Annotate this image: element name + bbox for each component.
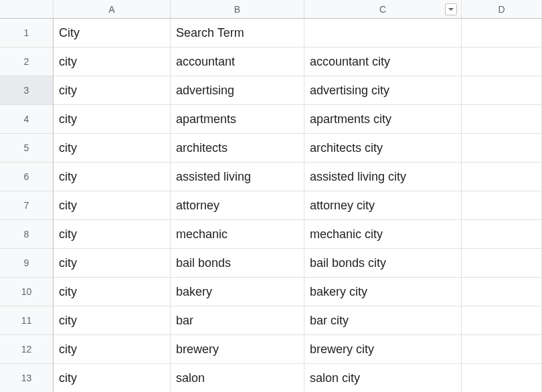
cell[interactable]: city (54, 134, 171, 163)
table-row: 13citysalonsalon city (0, 364, 542, 392)
cell[interactable]: city (54, 249, 171, 278)
cell[interactable]: attorney city (304, 191, 462, 220)
table-row: 1CitySearch Term (0, 19, 542, 47)
cell[interactable]: city (54, 364, 171, 392)
cell[interactable]: bar city (304, 306, 462, 335)
row-header[interactable]: 1 (0, 19, 54, 47)
row-header[interactable]: 8 (0, 220, 54, 249)
cell[interactable]: city (54, 278, 171, 306)
row-header[interactable]: 11 (0, 306, 54, 335)
table-row: 12citybrewerybrewery city (0, 335, 542, 364)
cell[interactable]: mechanic city (304, 220, 462, 249)
cell[interactable]: bar (171, 306, 304, 335)
cell[interactable]: city (54, 76, 171, 105)
table-row: 3cityadvertisingadvertising city (0, 76, 542, 105)
column-header-d[interactable]: D (462, 0, 542, 19)
column-header-a[interactable]: A (54, 0, 171, 19)
cell[interactable]: bakery city (304, 278, 462, 306)
cell[interactable] (462, 105, 542, 134)
spreadsheet-body: 1CitySearch Term2cityaccountantaccountan… (0, 19, 542, 392)
cell[interactable] (462, 335, 542, 364)
select-all-corner[interactable] (0, 0, 54, 19)
cell[interactable]: city (54, 163, 171, 191)
row-header[interactable]: 6 (0, 163, 54, 191)
cell[interactable]: Search Term (171, 19, 304, 47)
row-header[interactable]: 9 (0, 249, 54, 278)
cell[interactable]: city (54, 191, 171, 220)
cell[interactable]: architects (171, 134, 304, 163)
table-row: 5cityarchitectsarchitects city (0, 134, 542, 163)
cell[interactable]: city (54, 306, 171, 335)
table-row: 4cityapartmentsapartments city (0, 105, 542, 134)
row-header[interactable]: 13 (0, 364, 54, 392)
cell[interactable] (462, 191, 542, 220)
cell[interactable] (462, 249, 542, 278)
table-row: 11citybarbar city (0, 306, 542, 335)
table-row: 8citymechanicmechanic city (0, 220, 542, 249)
cell[interactable]: accountant city (304, 47, 462, 76)
row-header[interactable]: 2 (0, 47, 54, 76)
cell[interactable]: city (54, 105, 171, 134)
cell[interactable]: bakery (171, 278, 304, 306)
cell[interactable]: assisted living (171, 163, 304, 191)
cell[interactable]: apartments city (304, 105, 462, 134)
cell[interactable]: accountant (171, 47, 304, 76)
cell[interactable]: City (54, 19, 171, 47)
cell[interactable]: mechanic (171, 220, 304, 249)
cell[interactable] (462, 19, 542, 47)
cell[interactable]: attorney (171, 191, 304, 220)
cell[interactable]: city (54, 47, 171, 76)
row-header[interactable]: 3 (0, 76, 54, 105)
cell[interactable]: apartments (171, 105, 304, 134)
cell[interactable] (462, 76, 542, 105)
cell[interactable]: bail bonds (171, 249, 304, 278)
table-row: 10citybakerybakery city (0, 278, 542, 306)
table-row: 6cityassisted livingassisted living city (0, 163, 542, 191)
cell[interactable] (462, 47, 542, 76)
table-row: 9citybail bondsbail bonds city (0, 249, 542, 278)
spreadsheet: A B C D 1CitySearch Term2cityaccountanta… (0, 0, 542, 392)
cell[interactable]: assisted living city (304, 163, 462, 191)
row-header[interactable]: 4 (0, 105, 54, 134)
cell[interactable]: advertising city (304, 76, 462, 105)
cell[interactable]: salon (171, 364, 304, 392)
row-header[interactable]: 5 (0, 134, 54, 163)
column-header-c[interactable]: C (304, 0, 462, 19)
cell[interactable] (462, 163, 542, 191)
cell[interactable] (462, 220, 542, 249)
cell[interactable]: bail bonds city (304, 249, 462, 278)
filter-dropdown-icon[interactable] (445, 3, 457, 15)
cell[interactable]: city (54, 220, 171, 249)
cell[interactable]: salon city (304, 364, 462, 392)
cell[interactable]: advertising (171, 76, 304, 105)
column-header-b[interactable]: B (171, 0, 304, 19)
cell[interactable]: brewery city (304, 335, 462, 364)
row-header[interactable]: 12 (0, 335, 54, 364)
column-headers-row: A B C D (0, 0, 542, 19)
cell[interactable] (462, 364, 542, 392)
table-row: 2cityaccountantaccountant city (0, 47, 542, 76)
row-header[interactable]: 10 (0, 278, 54, 306)
cell[interactable]: city (54, 335, 171, 364)
cell[interactable] (462, 278, 542, 306)
cell[interactable] (304, 19, 462, 47)
column-header-c-label: C (379, 4, 386, 15)
cell[interactable] (462, 134, 542, 163)
table-row: 7cityattorneyattorney city (0, 191, 542, 220)
cell[interactable] (462, 306, 542, 335)
row-header[interactable]: 7 (0, 191, 54, 220)
cell[interactable]: architects city (304, 134, 462, 163)
cell[interactable]: brewery (171, 335, 304, 364)
